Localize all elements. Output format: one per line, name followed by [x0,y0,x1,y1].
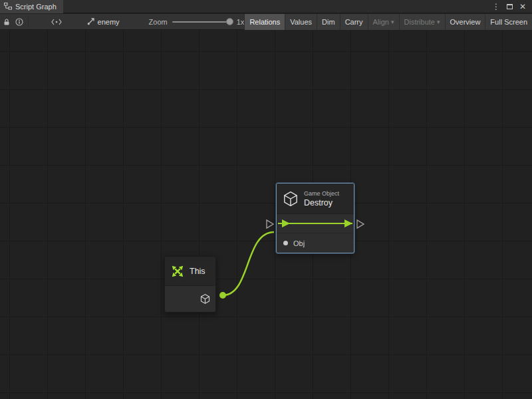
zoom-value: 1x [237,18,245,26]
values-label: Values [290,18,312,26]
dim-label: Dim [322,18,335,26]
destroy-flow-output-port[interactable] [357,220,364,228]
carry-button[interactable]: Carry [340,14,368,30]
obj-port-dot[interactable] [283,241,288,245]
tab-title: Script Graph [15,3,57,11]
this-node-title: This [190,267,205,276]
destroy-flow-row [277,214,354,233]
script-graph-window: Script Graph ⋮ ✕ [0,0,532,399]
zoom-slider[interactable] [172,21,232,23]
graph-canvas[interactable]: Game Object Destroy Obj [0,30,532,399]
distribute-label: Distribute [404,18,435,26]
destroy-node-title: Destroy [304,198,339,207]
align-label: Align [373,18,389,26]
zoom-label: Zoom [149,18,168,26]
overview-button[interactable]: Overview [445,14,485,30]
flow-through-icon [277,214,354,233]
cube-icon [282,190,299,207]
values-button[interactable]: Values [285,14,317,30]
this-output-port[interactable] [219,292,226,299]
this-arrows-icon [170,264,185,279]
cube-icon [200,293,211,305]
relations-label: Relations [249,18,280,26]
graph-toolbar: enemy Zoom 1x Relations Values Dim Carry [0,14,532,30]
distribute-button: Distribute ▾ [399,14,445,30]
obj-port-label: Obj [293,239,305,247]
relations-button[interactable]: Relations [244,14,285,30]
kebab-menu-icon[interactable]: ⋮ [491,1,501,12]
dim-button[interactable]: Dim [317,14,340,30]
carry-label: Carry [345,18,363,26]
this-node-output-row[interactable] [165,286,215,312]
info-icon[interactable] [13,14,25,30]
toolbar-buttons: Relations Values Dim Carry Align ▾ Distr… [244,14,532,30]
tab-script-graph[interactable]: Script Graph [0,0,63,13]
destroy-flow-input-port[interactable] [267,220,273,228]
destroy-node-header[interactable]: Game Object Destroy [277,184,354,214]
destroy-obj-port-row[interactable]: Obj [277,233,354,253]
window-titlebar: Script Graph ⋮ ✕ [0,0,532,13]
chevron-down-icon: ▾ [437,19,440,25]
this-node-header[interactable]: This [165,257,215,286]
zoom-control: Zoom 1x [149,18,245,26]
wire-this-to-destroy[interactable] [223,232,274,295]
node-this[interactable]: This [164,256,216,313]
node-destroy[interactable]: Game Object Destroy Obj [276,183,354,253]
graph-name-label: enemy [98,18,120,26]
window-controls: ⋮ ✕ [491,1,532,12]
fullscreen-label: Full Screen [490,18,527,26]
chevron-down-icon: ▾ [391,19,394,25]
fullscreen-button[interactable]: Full Screen [485,14,532,30]
destroy-node-subtitle: Game Object [304,190,339,197]
graph-breadcrumb-enemy[interactable]: enemy [87,18,120,26]
align-button: Align ▾ [368,14,399,30]
toolbar-separator [28,17,29,27]
close-icon[interactable]: ✕ [517,1,528,12]
lock-icon[interactable] [0,14,13,30]
zoom-slider-knob[interactable] [226,18,233,25]
wire-layer [0,30,532,399]
code-view-icon[interactable] [50,14,63,30]
overview-label: Overview [450,18,481,26]
graph-window-icon [4,3,12,10]
maximize-box [507,4,513,9]
destroy-node-titles: Game Object Destroy [304,190,339,207]
graph-asset-icon [87,18,94,25]
maximize-icon[interactable] [504,1,515,12]
